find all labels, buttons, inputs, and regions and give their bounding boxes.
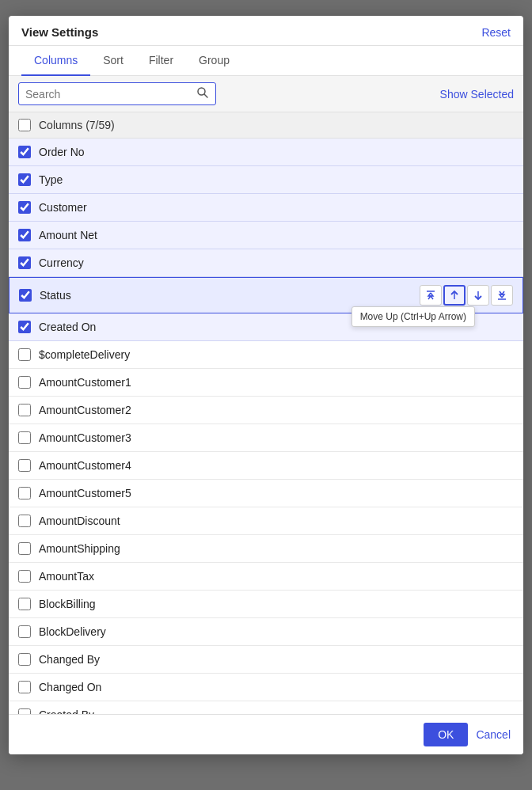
checkbox-amount-customer3[interactable]: [18, 431, 31, 444]
column-item-type: Type: [9, 166, 523, 194]
checkbox-amount-discount[interactable]: [18, 515, 31, 527]
column-label-status: Status: [40, 289, 420, 302]
columns-toolbar: Show Selected: [9, 76, 523, 112]
column-label-block-billing: BlockBilling: [39, 598, 514, 610]
search-icon: [196, 86, 209, 101]
column-label-amount-customer2: AmountCustomer2: [39, 404, 514, 416]
column-item-amount-customer5: AmountCustomer5: [9, 480, 523, 507]
column-item-created-by: Created By: [9, 701, 523, 714]
move-bottom-button[interactable]: [491, 285, 513, 306]
column-label-amount-customer3: AmountCustomer3: [39, 431, 514, 444]
column-label-customer: Customer: [39, 201, 514, 214]
tab-sort[interactable]: Sort: [90, 46, 136, 76]
column-item-customer: Customer: [9, 194, 523, 222]
cancel-button[interactable]: Cancel: [476, 728, 511, 741]
column-item-status: Status: [9, 277, 523, 313]
ok-button[interactable]: OK: [424, 723, 468, 746]
column-item-amount-discount: AmountDiscount: [9, 507, 523, 535]
checkbox-created-by[interactable]: [18, 708, 31, 714]
search-box: [18, 82, 216, 105]
tabs-bar: Columns Sort Filter Group: [9, 46, 523, 76]
column-label-created-by: Created By: [39, 708, 514, 714]
column-item-currency: Currency: [9, 249, 523, 277]
column-label-type: Type: [39, 173, 514, 186]
show-selected-button[interactable]: Show Selected: [440, 88, 514, 101]
checkbox-amount-customer1[interactable]: [18, 376, 31, 389]
modal-footer: OK Cancel: [9, 714, 523, 754]
column-item-changed-by: Changed By: [9, 646, 523, 674]
checkbox-amount-tax[interactable]: [18, 570, 31, 583]
column-label-complete-delivery: $completeDelivery: [39, 348, 514, 361]
move-top-button[interactable]: [420, 285, 442, 306]
columns-list: Columns (7/59) Order No Type Customer Am…: [9, 112, 523, 714]
column-label-amount-net: Amount Net: [39, 229, 514, 241]
column-label-amount-discount: AmountDiscount: [39, 515, 514, 527]
column-label-amount-customer5: AmountCustomer5: [39, 487, 514, 499]
checkbox-changed-on[interactable]: [18, 681, 31, 693]
column-item-amount-net: Amount Net: [9, 222, 523, 249]
column-label-currency: Currency: [39, 256, 514, 269]
move-up-button[interactable]: [443, 285, 466, 306]
checkbox-created-on-checked[interactable]: [18, 321, 31, 333]
reset-button[interactable]: Reset: [481, 26, 511, 39]
view-settings-modal: View Settings Reset Columns Sort Filter …: [9, 16, 523, 754]
checkbox-type[interactable]: [18, 173, 31, 186]
column-label-block-delivery: BlockDelivery: [39, 625, 514, 638]
checkbox-amount-net[interactable]: [18, 229, 31, 241]
column-item-amount-customer3: AmountCustomer3: [9, 424, 523, 452]
group-header-label: Columns (7/59): [39, 119, 115, 131]
column-item-amount-customer1: AmountCustomer1: [9, 369, 523, 397]
column-label-order-no: Order No: [39, 146, 514, 158]
modal-header: View Settings Reset: [9, 16, 523, 46]
column-item-amount-shipping: AmountShipping: [9, 535, 523, 563]
checkbox-complete-delivery[interactable]: [18, 348, 31, 361]
column-item-amount-customer4: AmountCustomer4: [9, 452, 523, 480]
checkbox-amount-customer4[interactable]: [18, 459, 31, 472]
column-item-amount-customer2: AmountCustomer2: [9, 397, 523, 424]
tab-group[interactable]: Group: [186, 46, 242, 76]
tab-filter[interactable]: Filter: [136, 46, 186, 76]
column-label-changed-on: Changed On: [39, 681, 514, 693]
checkbox-currency[interactable]: [18, 256, 31, 269]
modal-title: View Settings: [21, 25, 98, 39]
column-label-amount-customer4: AmountCustomer4: [39, 459, 514, 472]
checkbox-changed-by[interactable]: [18, 653, 31, 666]
move-up-tooltip: Move Up (Ctrl+Up Arrow): [352, 306, 475, 327]
column-label-amount-tax: AmountTax: [39, 570, 514, 583]
column-label-changed-by: Changed By: [39, 653, 514, 666]
sort-controls: [420, 285, 513, 306]
tab-columns[interactable]: Columns: [21, 46, 90, 76]
checkbox-block-billing[interactable]: [18, 598, 31, 610]
column-label-amount-shipping: AmountShipping: [39, 542, 514, 555]
svg-line-1: [204, 94, 207, 97]
column-item-amount-tax: AmountTax: [9, 563, 523, 591]
move-down-button[interactable]: [467, 285, 489, 306]
checkbox-customer[interactable]: [18, 201, 31, 214]
checkbox-status[interactable]: [19, 289, 32, 302]
checkbox-amount-customer5[interactable]: [18, 487, 31, 499]
columns-group-header: Columns (7/59): [9, 112, 523, 139]
checkbox-block-delivery[interactable]: [18, 625, 31, 638]
column-item-order-no: Order No: [9, 139, 523, 166]
search-input[interactable]: [25, 88, 196, 101]
checkbox-amount-customer2[interactable]: [18, 404, 31, 416]
checkbox-order-no[interactable]: [18, 146, 31, 158]
checkbox-amount-shipping[interactable]: [18, 542, 31, 555]
column-item-changed-on: Changed On: [9, 674, 523, 701]
column-label-amount-customer1: AmountCustomer1: [39, 376, 514, 389]
column-item-block-delivery: BlockDelivery: [9, 618, 523, 646]
group-header-checkbox[interactable]: [18, 119, 31, 131]
column-item-complete-delivery: $completeDelivery: [9, 341, 523, 369]
column-item-block-billing: BlockBilling: [9, 591, 523, 618]
